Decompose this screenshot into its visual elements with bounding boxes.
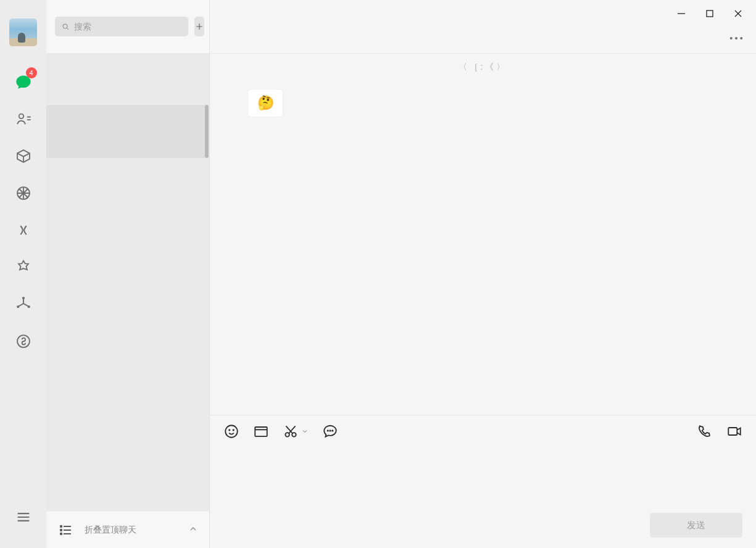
svg-point-12: [735, 37, 737, 39]
svg-point-3: [17, 306, 19, 307]
file-button[interactable]: [253, 423, 269, 441]
sticker-thinking: 🤔: [257, 95, 274, 111]
sidebar-item-discover[interactable]: [11, 255, 36, 280]
search-icon: [61, 22, 70, 31]
svg-point-6: [63, 24, 67, 28]
window-close-button[interactable]: [724, 4, 752, 23]
plus-icon: [194, 22, 204, 31]
emoji-icon: [223, 423, 239, 439]
sidebar-item-moments[interactable]: [11, 181, 36, 206]
sidebar-item-favorites[interactable]: [11, 144, 36, 168]
scissors-icon: [283, 423, 299, 439]
left-sidebar: 4: [0, 0, 46, 548]
pinned-chats-label: 折叠置顶聊天: [85, 525, 136, 536]
svg-point-14: [225, 425, 238, 438]
svg-point-21: [330, 430, 330, 431]
sidebar-item-miniprograms[interactable]: [11, 329, 36, 354]
send-button-label: 发送: [687, 520, 705, 531]
scrollbar-thumb[interactable]: [205, 105, 209, 158]
svg-point-20: [328, 430, 328, 431]
conversation-more-button[interactable]: [724, 30, 749, 47]
svg-point-8: [60, 529, 62, 530]
svg-rect-10: [707, 10, 713, 17]
sidebar-item-channels[interactable]: [11, 218, 36, 243]
composer: 发送: [210, 415, 756, 548]
svg-point-16: [233, 430, 234, 430]
voice-call-button[interactable]: [697, 423, 713, 441]
svg-point-15: [229, 430, 230, 430]
chat-bubble-icon: [322, 423, 338, 439]
chat-history-button[interactable]: [322, 423, 338, 441]
window-minimize-button[interactable]: [667, 4, 696, 23]
chevron-up-icon: [188, 524, 198, 534]
sidebar-item-menu[interactable]: [11, 505, 36, 529]
video-icon: [726, 423, 742, 439]
svg-point-22: [332, 430, 333, 431]
svg-point-0: [19, 114, 23, 118]
sidebar-item-contacts[interactable]: [11, 107, 36, 131]
new-chat-button[interactable]: [194, 17, 204, 36]
emoji-button[interactable]: [223, 423, 239, 441]
svg-point-11: [730, 37, 733, 39]
minimize-icon: [677, 9, 686, 18]
incoming-message-bubble[interactable]: 🤔: [248, 89, 283, 117]
more-icon: [729, 36, 743, 40]
video-call-button[interactable]: [726, 423, 742, 441]
maximize-icon: [705, 9, 714, 18]
sidebar-item-chats[interactable]: 4: [11, 70, 36, 94]
chevron-down-icon: [301, 428, 309, 435]
sidebar-item-apps[interactable]: [11, 292, 36, 317]
svg-point-9: [60, 533, 62, 534]
chat-list-selected-item[interactable]: [46, 105, 205, 158]
search-input[interactable]: [74, 22, 182, 31]
svg-rect-23: [728, 428, 737, 435]
svg-point-4: [28, 306, 29, 307]
svg-point-7: [60, 525, 62, 526]
chat-list-body[interactable]: [46, 53, 209, 511]
svg-point-2: [22, 297, 23, 299]
close-icon: [734, 9, 742, 18]
message-input[interactable]: [223, 449, 742, 511]
window-maximize-button[interactable]: [696, 4, 724, 23]
search-input-wrapper[interactable]: [55, 17, 188, 36]
avatar[interactable]: [9, 19, 37, 46]
folder-icon: [253, 423, 269, 439]
unread-badge: 4: [26, 67, 37, 78]
chat-list-panel: 折叠置顶聊天: [46, 0, 210, 548]
pinned-chats-bar[interactable]: 折叠置顶聊天: [46, 511, 209, 548]
screenshot-options-button[interactable]: [301, 427, 309, 437]
list-icon: [57, 523, 75, 538]
svg-point-13: [740, 37, 742, 39]
send-button[interactable]: 发送: [650, 513, 742, 538]
message-list[interactable]: 🤔: [210, 81, 756, 415]
conversation-meta: 〈［:《〉: [210, 53, 756, 81]
conversation-panel: 〈［:《〉 🤔: [210, 0, 756, 548]
phone-icon: [697, 423, 713, 439]
svg-rect-17: [255, 426, 267, 436]
collapse-toggle[interactable]: [188, 524, 198, 536]
screenshot-button[interactable]: [283, 423, 299, 441]
